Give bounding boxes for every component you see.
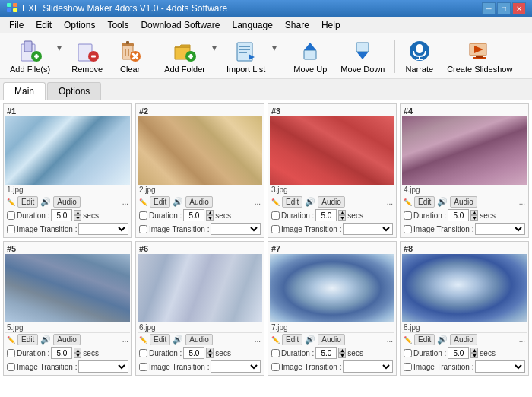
- edit-button-5[interactable]: Edit: [17, 334, 38, 345]
- transition-select-6[interactable]: [211, 360, 261, 373]
- duration-spin-dn-4[interactable]: ▼: [470, 215, 478, 221]
- menu-share[interactable]: Share: [279, 18, 315, 32]
- audio-button-4[interactable]: Audio: [450, 196, 477, 208]
- duration-input-2[interactable]: [183, 209, 204, 221]
- narrate-button[interactable]: Narrate: [400, 36, 439, 77]
- menu-language[interactable]: Language: [226, 18, 278, 32]
- transition-checkbox-8[interactable]: [404, 363, 412, 371]
- duration-checkbox-5[interactable]: [7, 349, 15, 357]
- duration-input-1[interactable]: [51, 209, 72, 221]
- duration-spin-up-4[interactable]: ▲: [470, 210, 478, 215]
- import-list-button[interactable]: Import List: [221, 36, 271, 77]
- duration-spin-dn-7[interactable]: ▼: [338, 353, 346, 358]
- transition-select-2[interactable]: [211, 223, 261, 235]
- duration-spin-dn-3[interactable]: ▼: [338, 215, 346, 221]
- menu-help[interactable]: Help: [315, 18, 347, 32]
- more-button-8[interactable]: ...: [519, 335, 525, 344]
- duration-input-7[interactable]: [315, 347, 337, 359]
- duration-spin-dn-6[interactable]: ▼: [206, 353, 214, 358]
- more-button-6[interactable]: ...: [255, 335, 261, 344]
- menu-download[interactable]: Download Software: [135, 18, 226, 32]
- duration-spin-up-6[interactable]: ▲: [206, 348, 214, 353]
- audio-button-1[interactable]: Audio: [53, 196, 81, 208]
- duration-spin-up-2[interactable]: ▲: [206, 210, 214, 215]
- more-button-3[interactable]: ...: [387, 198, 393, 206]
- transition-checkbox-6[interactable]: [139, 363, 147, 371]
- duration-spin-up-8[interactable]: ▲: [470, 348, 478, 353]
- menu-options[interactable]: Options: [58, 18, 101, 32]
- transition-select-1[interactable]: [78, 223, 128, 235]
- transition-select-8[interactable]: [475, 360, 525, 373]
- tab-options[interactable]: Options: [47, 82, 101, 100]
- maximize-button[interactable]: □: [497, 2, 511, 14]
- more-button-7[interactable]: ...: [387, 335, 393, 344]
- remove-button[interactable]: Remove: [66, 36, 108, 77]
- duration-checkbox-4[interactable]: [404, 211, 412, 220]
- edit-button-2[interactable]: Edit: [150, 196, 170, 208]
- duration-row-4: Duration : ▲ ▼ secs: [402, 208, 527, 222]
- edit-button-4[interactable]: Edit: [414, 196, 435, 208]
- duration-spin-up-3[interactable]: ▲: [338, 210, 346, 215]
- duration-spin-dn-1[interactable]: ▼: [74, 215, 81, 221]
- add-files-button[interactable]: Add File(s): [5, 36, 55, 77]
- edit-button-8[interactable]: Edit: [414, 334, 435, 345]
- edit-button-1[interactable]: Edit: [17, 196, 38, 208]
- audio-button-6[interactable]: Audio: [185, 334, 213, 345]
- duration-spin-up-7[interactable]: ▲: [338, 348, 346, 353]
- edit-button-7[interactable]: Edit: [282, 334, 302, 345]
- add-files-dropdown[interactable]: ▾: [55, 36, 63, 60]
- transition-checkbox-4[interactable]: [404, 225, 412, 233]
- more-button-2[interactable]: ...: [255, 198, 261, 206]
- transition-select-7[interactable]: [343, 360, 393, 373]
- edit-button-3[interactable]: Edit: [282, 196, 302, 208]
- audio-button-2[interactable]: Audio: [185, 196, 213, 208]
- duration-input-3[interactable]: [315, 209, 337, 221]
- duration-spin-dn-8[interactable]: ▼: [470, 353, 478, 358]
- close-button[interactable]: ✕: [512, 2, 526, 14]
- add-folder-button[interactable]: Add Folder: [159, 36, 211, 77]
- audio-button-5[interactable]: Audio: [53, 334, 81, 345]
- audio-button-8[interactable]: Audio: [450, 334, 477, 345]
- more-button-4[interactable]: ...: [519, 198, 525, 206]
- duration-input-5[interactable]: [51, 347, 72, 359]
- more-button-1[interactable]: ...: [122, 198, 128, 206]
- audio-button-7[interactable]: Audio: [318, 334, 345, 345]
- audio-button-3[interactable]: Audio: [318, 196, 345, 208]
- transition-checkbox-7[interactable]: [271, 363, 280, 371]
- tab-main[interactable]: Main: [3, 82, 46, 100]
- duration-input-8[interactable]: [448, 347, 469, 359]
- menu-file[interactable]: File: [3, 18, 30, 32]
- duration-input-4[interactable]: [448, 209, 469, 221]
- transition-checkbox-1[interactable]: [7, 225, 15, 233]
- import-list-dropdown[interactable]: ▾: [271, 36, 278, 60]
- duration-checkbox-1[interactable]: [7, 211, 15, 220]
- duration-checkbox-8[interactable]: [404, 349, 412, 357]
- menu-tools[interactable]: Tools: [101, 18, 135, 32]
- duration-checkbox-3[interactable]: [271, 211, 280, 220]
- add-folder-dropdown[interactable]: ▾: [211, 36, 218, 60]
- transition-checkbox-2[interactable]: [139, 225, 147, 233]
- duration-checkbox-2[interactable]: [139, 211, 147, 220]
- duration-checkbox-6[interactable]: [139, 349, 147, 357]
- transition-checkbox-3[interactable]: [271, 225, 280, 233]
- main-content[interactable]: #1 1.jpg ✏️ Edit 🔊 Audio ... Duration : …: [0, 100, 532, 397]
- transition-select-5[interactable]: [78, 360, 128, 373]
- audio-icon-1: 🔊: [40, 197, 51, 207]
- minimize-button[interactable]: ─: [482, 2, 496, 14]
- duration-spin-up-5[interactable]: ▲: [74, 348, 81, 353]
- duration-spin-up-1[interactable]: ▲: [74, 210, 81, 215]
- duration-input-6[interactable]: [183, 347, 204, 359]
- create-slideshow-button[interactable]: Create Slideshow: [442, 36, 518, 77]
- transition-select-4[interactable]: [475, 223, 525, 235]
- move-up-button[interactable]: Move Up: [288, 36, 332, 77]
- more-button-5[interactable]: ...: [122, 335, 128, 344]
- menu-edit[interactable]: Edit: [30, 18, 58, 32]
- move-down-button[interactable]: Move Down: [335, 36, 390, 77]
- clear-button[interactable]: Clear: [111, 36, 149, 77]
- duration-spin-dn-2[interactable]: ▼: [206, 215, 214, 221]
- edit-button-6[interactable]: Edit: [150, 334, 170, 345]
- duration-spin-dn-5[interactable]: ▼: [74, 353, 81, 358]
- transition-checkbox-5[interactable]: [7, 363, 15, 371]
- duration-checkbox-7[interactable]: [271, 349, 280, 357]
- transition-select-3[interactable]: [343, 223, 393, 235]
